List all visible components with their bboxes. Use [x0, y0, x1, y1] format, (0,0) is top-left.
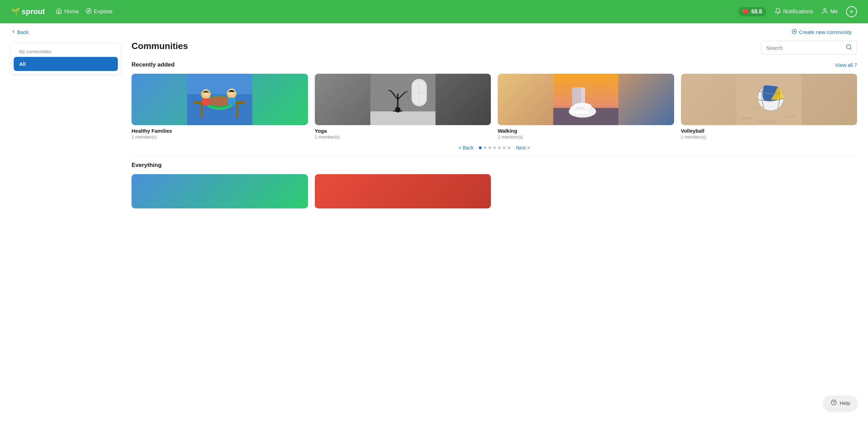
community-card-yoga[interactable]: Yoga 1 member(s) — [315, 74, 491, 140]
svg-rect-17 — [202, 98, 210, 105]
create-label: Create new community — [799, 29, 852, 35]
logo-text: sprout — [22, 7, 45, 16]
community-grid: Healthy Families 1 member(s) — [132, 74, 857, 140]
community-members-3: 1 member(s) — [681, 134, 857, 140]
back-button[interactable]: Back — [11, 29, 28, 35]
sidebar-all-label: All — [19, 61, 26, 67]
everything-card-2[interactable] — [315, 174, 491, 208]
content-area: My communities All Communities — [0, 38, 868, 217]
nav-explore-label: Explore — [94, 9, 112, 15]
search-box[interactable] — [761, 41, 857, 55]
community-members-2: 1 member(s) — [498, 134, 674, 140]
everything-section: Everything — [132, 162, 857, 208]
page-title: Communities — [132, 41, 188, 51]
chevron-left-icon — [11, 29, 16, 35]
community-card-walking[interactable]: Walking 1 member(s) — [498, 74, 674, 140]
back-label: Back — [17, 29, 28, 35]
plus-icon: + — [850, 8, 854, 16]
score-value: 68.8 — [751, 9, 762, 15]
dot-5 — [498, 146, 501, 149]
help-circle-icon — [831, 399, 837, 407]
pagination-back[interactable]: < Back — [459, 145, 473, 151]
svg-point-0 — [86, 9, 91, 14]
main-nav: Home Explore — [56, 8, 112, 15]
view-all-button[interactable]: View all 7 — [835, 62, 857, 68]
everything-title: Everything — [132, 162, 857, 169]
nav-home-label: Home — [64, 9, 79, 15]
community-members-1: 1 member(s) — [315, 134, 491, 140]
community-members-0: 1 member(s) — [132, 134, 308, 140]
me-button[interactable]: Me — [821, 8, 838, 16]
community-name-2: Walking — [498, 128, 674, 134]
sidebar-filter-label: My communities — [14, 46, 118, 57]
heart-icon: ❤️ — [742, 9, 749, 15]
dot-6 — [503, 146, 506, 149]
section-header: Recently added View all 7 — [132, 61, 857, 68]
everything-grid — [132, 174, 857, 208]
svg-rect-12 — [236, 104, 238, 118]
search-input[interactable] — [766, 45, 843, 51]
dot-1 — [479, 146, 482, 149]
communities-main: Communities Recently added View all 7 — [132, 38, 857, 208]
community-card-volleyball[interactable]: Volleyball 1 member(s) — [681, 74, 857, 140]
section-divider — [132, 156, 857, 156]
header: 🌱 sprout Home Explore ❤️ 6 — [0, 0, 868, 23]
community-name-1: Yoga — [315, 128, 491, 134]
user-icon — [821, 8, 828, 16]
score-badge[interactable]: ❤️ 68.8 — [738, 7, 766, 16]
everything-card-1[interactable] — [132, 174, 308, 208]
page-header: Communities — [132, 41, 857, 55]
svg-point-49 — [748, 107, 759, 109]
nav-home[interactable]: Home — [56, 8, 79, 15]
svg-point-46 — [740, 117, 754, 120]
recently-added-section: Recently added View all 7 — [132, 61, 857, 151]
svg-point-47 — [757, 120, 778, 123]
nav-explore[interactable]: Explore — [86, 8, 112, 15]
svg-rect-11 — [201, 104, 203, 118]
svg-line-44 — [582, 106, 582, 109]
top-bar: Back Create new community — [0, 23, 868, 38]
dot-2 — [484, 146, 486, 149]
compass-icon — [86, 8, 92, 15]
plus-button[interactable]: + — [846, 6, 857, 17]
bell-icon — [774, 8, 781, 16]
svg-point-48 — [785, 116, 797, 118]
recently-added-title: Recently added — [132, 61, 175, 68]
sidebar: My communities All — [11, 38, 121, 208]
svg-rect-20 — [228, 98, 235, 105]
logo[interactable]: 🌱 sprout — [11, 7, 45, 16]
svg-rect-23 — [370, 111, 435, 125]
sidebar-item-all[interactable]: All — [14, 57, 118, 71]
search-icon — [846, 44, 852, 51]
main-content-area: Back Create new community My communities… — [0, 23, 868, 421]
create-community-button[interactable]: Create new community — [792, 29, 852, 35]
dot-7 — [508, 146, 510, 149]
svg-line-7 — [850, 48, 851, 49]
me-label: Me — [830, 9, 838, 15]
svg-marker-1 — [88, 10, 90, 12]
svg-point-2 — [823, 9, 826, 11]
community-name-3: Volleyball — [681, 128, 857, 134]
help-label: Help — [840, 400, 850, 406]
dot-4 — [493, 146, 496, 149]
notifications-label: Notifications — [783, 9, 813, 15]
logo-icon: 🌱 — [11, 7, 20, 16]
pagination-dots — [479, 146, 510, 149]
header-right: ❤️ 68.8 Notifications Me + — [738, 6, 857, 17]
plus-circle-icon — [792, 29, 797, 35]
dot-3 — [488, 146, 491, 149]
community-name-0: Healthy Families — [132, 128, 308, 134]
home-icon — [56, 8, 62, 15]
community-card-healthy-families[interactable]: Healthy Families 1 member(s) — [132, 74, 308, 140]
sidebar-card: My communities All — [11, 44, 121, 74]
pagination: < Back Next > — [132, 145, 857, 151]
notifications-button[interactable]: Notifications — [774, 8, 813, 16]
help-button[interactable]: Help — [824, 396, 857, 410]
pagination-next[interactable]: Next > — [516, 145, 530, 151]
